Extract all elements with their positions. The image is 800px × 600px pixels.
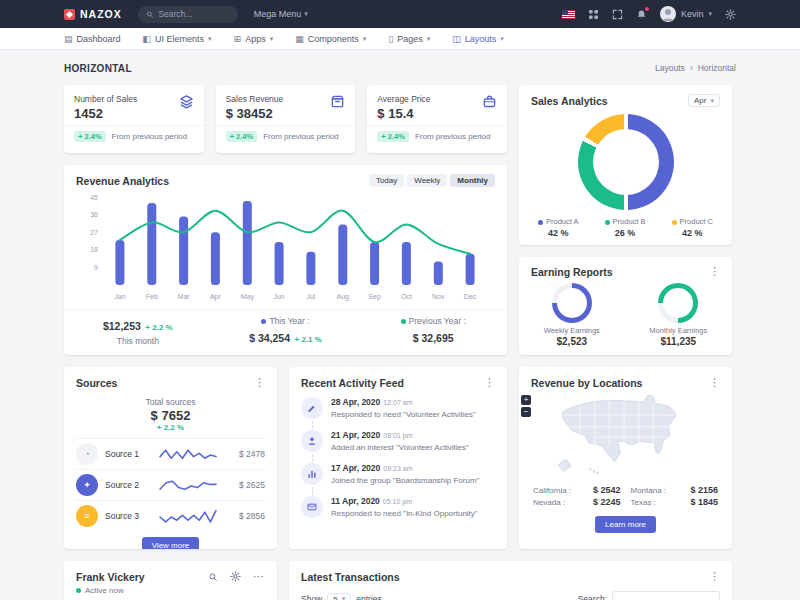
fullscreen-button[interactable] (612, 9, 623, 20)
activity-time: 08:01 pm (383, 432, 412, 439)
activity-text: Responded to need "Volunteer Activities" (331, 410, 476, 419)
nav-item-apps[interactable]: ⊞Apps▾ (234, 34, 274, 44)
breadcrumb-parent[interactable]: Layouts (655, 63, 685, 73)
activity-date: 28 Apr, 202012:07 am (331, 397, 476, 407)
previous-year-dot (401, 319, 406, 324)
kebab-menu-icon[interactable]: ⋮ (254, 377, 265, 389)
svg-text:Jun: Jun (273, 293, 284, 300)
source-amount: $ 2625 (239, 480, 265, 490)
chart-icon (301, 463, 323, 485)
range-button-today[interactable]: Today (369, 174, 404, 187)
stat-change-badge: + 2.4% (377, 131, 409, 142)
apps-grid-button[interactable] (588, 9, 599, 20)
language-flag-button[interactable] (562, 10, 575, 19)
nav-item-label: Layouts (465, 34, 497, 44)
revenue-this-month: $12,253 + 2.2 % This month (64, 310, 212, 353)
chat-card: Frank Vickery Active now ⋯ Frank Vickery… (64, 561, 277, 600)
chevron-down-icon: ▾ (208, 35, 212, 43)
legend-dot (605, 220, 610, 225)
learn-more-button[interactable]: Learn more (595, 516, 656, 533)
stat-title: Number of Sales (74, 94, 137, 104)
source-row-source-3: ≡Source 3$ 2856 (76, 500, 265, 531)
map-zoom-out-button[interactable]: − (521, 407, 531, 417)
settings-button[interactable] (725, 9, 736, 20)
source-name: Source 1 (105, 449, 149, 459)
user-menu-button[interactable]: Kevin ▾ (660, 6, 712, 22)
svg-text:Dec: Dec (463, 293, 476, 300)
source-icon: ◔ (76, 443, 98, 465)
earning-reports-card: Earning Reports ⋮ Weekly Earnings$2,523M… (519, 257, 732, 355)
earning-label: Weekly Earnings (544, 326, 600, 335)
chevron-down-icon: ▾ (342, 595, 346, 600)
page-title: HORIZONTAL (64, 63, 132, 74)
notifications-button[interactable] (636, 9, 647, 20)
kebab-menu-icon[interactable]: ⋮ (709, 266, 720, 278)
activity-feed-title: Recent Activity Feed (301, 377, 404, 389)
page-size-select[interactable]: 5 ▾ (327, 593, 351, 600)
search-input[interactable] (158, 9, 229, 19)
kebab-menu-icon[interactable]: ⋮ (709, 377, 720, 389)
mega-menu-button[interactable]: Mega Menu ▾ (254, 9, 308, 19)
chat-settings-icon[interactable] (230, 571, 241, 582)
chat-search-icon[interactable] (208, 572, 218, 582)
previous-year-label: Previous Year : (409, 316, 466, 326)
chevron-down-icon: ▾ (710, 97, 714, 105)
page-size-value: 5 (333, 595, 337, 600)
location-name: Nevada : (533, 498, 565, 507)
revenue-analytics-title: Revenue Analytics (76, 175, 169, 187)
range-button-monthly[interactable]: Monthly (450, 174, 495, 187)
stat-note: From previous period (112, 132, 188, 141)
this-month-value: $12,253 (103, 320, 141, 332)
usa-map[interactable]: + − (519, 393, 732, 481)
location-name: Texas : (631, 498, 656, 507)
brand-logo-icon (64, 9, 75, 20)
legend-label: Product A (546, 217, 579, 226)
chat-user-name: Frank Vickery (76, 571, 145, 583)
main-nav: ▤Dashboard◧UI Elements▾⊞Apps▾▦Components… (0, 28, 800, 50)
nav-item-pages[interactable]: ▯Pages▾ (388, 34, 430, 44)
chevron-down-icon: ▾ (427, 35, 431, 43)
range-button-weekly[interactable]: Weekly (407, 174, 447, 187)
legend-label: Product C (680, 217, 713, 226)
location-value: $ 2245 (593, 497, 621, 507)
stat-title: Sales Revenue (226, 94, 284, 104)
nav-item-dashboard[interactable]: ▤Dashboard (64, 34, 121, 44)
chevron-down-icon: ▾ (270, 35, 274, 43)
brand-name: NAZOX (80, 8, 122, 20)
svg-text:27: 27 (90, 229, 98, 236)
map-zoom-in-button[interactable]: + (521, 395, 531, 405)
nav-item-ui-elements[interactable]: ◧UI Elements▾ (143, 34, 212, 44)
svg-text:Apr: Apr (209, 293, 221, 301)
svg-text:Jan: Jan (114, 293, 125, 300)
location-stat: Montana :$ 2156 (631, 485, 719, 495)
activity-text: Responded to need "In-Kind Opportunity" (331, 509, 478, 518)
stat-card-average-price: Average Price$ 15.4+ 2.4%From previous p… (367, 85, 507, 153)
source-name: Source 3 (105, 511, 149, 521)
stat-card-sales-revenue: Sales Revenue$ 38452+ 2.4%From previous … (216, 85, 356, 153)
topbar-search[interactable] (138, 6, 238, 23)
view-more-button[interactable]: View more (142, 537, 200, 549)
revenue-previous-year: Previous Year : $ 32,695 (359, 310, 507, 353)
kebab-menu-icon[interactable]: ⋮ (709, 571, 720, 583)
activity-item: 11 Apr, 202005:10 pmResponded to need "I… (301, 496, 495, 529)
sales-donut-chart (578, 114, 674, 210)
stat-card-number-of-sales: Number of Sales1452+ 2.4%From previous p… (64, 85, 204, 153)
pencil-icon (301, 397, 323, 419)
revenue-locations-title: Revenue by Locations (531, 377, 642, 389)
activity-date: 11 Apr, 202005:10 pm (331, 496, 478, 506)
brand-logo[interactable]: NAZOX (64, 8, 122, 20)
legend-item-product-a: Product A42 % (538, 217, 579, 238)
period-select[interactable]: Apr ▾ (688, 94, 720, 107)
kebab-menu-icon[interactable]: ⋮ (484, 377, 495, 389)
chat-more-icon[interactable]: ⋯ (253, 571, 265, 582)
user-name: Kevin (681, 9, 704, 19)
nav-item-components[interactable]: ▦Components▾ (295, 34, 366, 44)
table-search-input[interactable] (612, 591, 720, 600)
activity-item: 17 Apr, 202009:23 amJoined the group "Bo… (301, 463, 495, 496)
svg-text:May: May (240, 293, 254, 301)
topbar: NAZOX Mega Menu ▾ Kevin ▾ (0, 0, 800, 28)
legend-item-product-c: Product C42 % (672, 217, 713, 238)
sales-analytics-title: Sales Analytics (531, 95, 608, 107)
nav-item-layouts[interactable]: ◫Layouts▾ (452, 34, 504, 44)
this-year-value: $ 34,254 (249, 332, 290, 344)
